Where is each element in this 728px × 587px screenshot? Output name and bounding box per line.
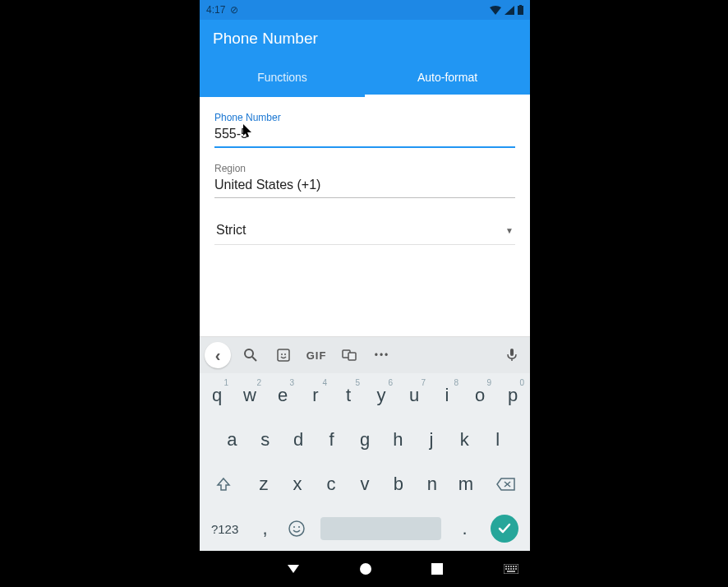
key-e[interactable]: e3 xyxy=(267,377,298,414)
svg-point-14 xyxy=(293,526,295,528)
svg-rect-24 xyxy=(505,568,507,570)
nav-bar xyxy=(200,551,530,587)
nav-home[interactable] xyxy=(358,562,373,576)
key-u[interactable]: u7 xyxy=(399,377,430,414)
mic-icon xyxy=(506,348,518,363)
phone-field: Phone Number xyxy=(214,112,515,148)
key-k[interactable]: k xyxy=(449,421,480,459)
key-comma[interactable]: , xyxy=(250,510,280,548)
search-icon xyxy=(243,348,258,363)
key-h[interactable]: h xyxy=(382,421,413,459)
kbd-sticker-button[interactable] xyxy=(270,342,297,368)
svg-rect-19 xyxy=(505,566,507,567)
app-bar: Phone Number xyxy=(200,20,530,58)
nav-keyboard-switch[interactable] xyxy=(504,564,518,574)
wifi-icon xyxy=(490,6,501,15)
key-f[interactable]: f xyxy=(316,421,347,459)
svg-rect-29 xyxy=(507,571,515,572)
key-w[interactable]: w2 xyxy=(234,377,265,414)
dnd-icon: ⊘ xyxy=(230,4,238,16)
key-row-2: asdfghjkl xyxy=(200,418,530,462)
svg-line-3 xyxy=(252,357,256,361)
tab-functions[interactable]: Functions xyxy=(200,58,365,97)
kbd-gif-button[interactable]: GIF xyxy=(303,342,329,368)
svg-rect-23 xyxy=(515,566,517,567)
key-row-4: ?123 , . xyxy=(200,506,530,551)
kbd-translate-button[interactable] xyxy=(336,342,362,368)
key-v[interactable]: v xyxy=(349,465,381,503)
key-o[interactable]: o9 xyxy=(464,377,495,414)
tab-bar: Functions Auto-format xyxy=(200,58,530,97)
svg-point-2 xyxy=(245,349,253,358)
key-comma-label: , xyxy=(262,518,267,539)
nav-home-icon xyxy=(358,562,373,576)
svg-rect-28 xyxy=(515,568,517,570)
more-icon: ••• xyxy=(375,349,390,361)
key-period[interactable]: . xyxy=(449,510,480,548)
key-b[interactable]: b xyxy=(383,465,415,503)
check-icon xyxy=(497,521,512,536)
svg-rect-8 xyxy=(348,353,356,360)
kbd-search-button[interactable] xyxy=(237,342,264,368)
status-bar: 4:17 ⊘ xyxy=(200,0,530,20)
key-r[interactable]: r4 xyxy=(300,377,331,414)
suggestion-bar: ‹ GIF ••• xyxy=(200,337,530,373)
key-t[interactable]: t5 xyxy=(333,377,364,414)
nav-recents[interactable] xyxy=(431,562,444,575)
key-q[interactable]: q1 xyxy=(201,377,233,414)
status-time: 4:17 xyxy=(206,4,225,16)
shift-icon xyxy=(215,476,232,492)
nav-back-icon xyxy=(286,562,301,576)
backspace-icon xyxy=(496,477,516,492)
content-spacer xyxy=(214,245,515,336)
tab-functions-label: Functions xyxy=(257,71,307,84)
key-shift[interactable] xyxy=(201,465,247,503)
svg-point-15 xyxy=(298,526,300,528)
key-z[interactable]: z xyxy=(248,465,280,503)
key-enter[interactable] xyxy=(481,510,528,548)
svg-rect-21 xyxy=(510,566,512,567)
region-label: Region xyxy=(214,163,515,174)
key-emoji[interactable] xyxy=(282,510,312,548)
svg-rect-22 xyxy=(513,566,514,567)
svg-rect-25 xyxy=(508,568,509,570)
key-m[interactable]: m xyxy=(449,465,481,503)
kbd-collapse-button[interactable]: ‹ xyxy=(205,342,231,368)
key-i[interactable]: i8 xyxy=(431,377,463,414)
key-d[interactable]: d xyxy=(283,421,314,459)
key-s[interactable]: s xyxy=(249,421,280,459)
sticker-icon xyxy=(276,348,291,363)
svg-point-16 xyxy=(360,563,371,575)
key-g[interactable]: g xyxy=(349,421,380,459)
key-c[interactable]: c xyxy=(316,465,348,503)
strictness-dropdown[interactable]: Strict ▼ xyxy=(214,216,515,245)
key-space[interactable] xyxy=(314,510,448,548)
key-p[interactable]: p0 xyxy=(497,377,528,414)
nav-back[interactable] xyxy=(286,562,301,576)
keyboard-icon xyxy=(504,564,518,574)
key-symbols[interactable]: ?123 xyxy=(201,510,248,548)
signal-icon xyxy=(505,6,514,15)
key-j[interactable]: j xyxy=(416,421,447,459)
phone-label: Phone Number xyxy=(214,112,515,123)
key-x[interactable]: x xyxy=(282,465,314,503)
phone-input[interactable] xyxy=(214,125,515,148)
key-l[interactable]: l xyxy=(482,421,514,459)
region-field: Region United States (+1) xyxy=(214,163,515,198)
region-value[interactable]: United States (+1) xyxy=(214,176,515,198)
key-symbols-label: ?123 xyxy=(211,522,238,536)
key-backspace[interactable] xyxy=(483,465,528,503)
chevron-down-icon: ▼ xyxy=(505,226,514,235)
tab-auto-format[interactable]: Auto-format xyxy=(365,58,530,97)
battery-icon xyxy=(518,5,523,15)
key-n[interactable]: n xyxy=(416,465,448,503)
key-period-label: . xyxy=(462,518,467,539)
key-y[interactable]: y6 xyxy=(366,377,397,414)
tab-auto-format-label: Auto-format xyxy=(417,71,477,84)
svg-point-13 xyxy=(289,521,304,536)
kbd-mic-button[interactable] xyxy=(499,342,525,368)
key-row-3: zxcvbnm xyxy=(200,462,530,506)
key-a[interactable]: a xyxy=(216,421,247,459)
kbd-more-button[interactable]: ••• xyxy=(369,342,395,368)
page-title: Phone Number xyxy=(213,30,318,47)
